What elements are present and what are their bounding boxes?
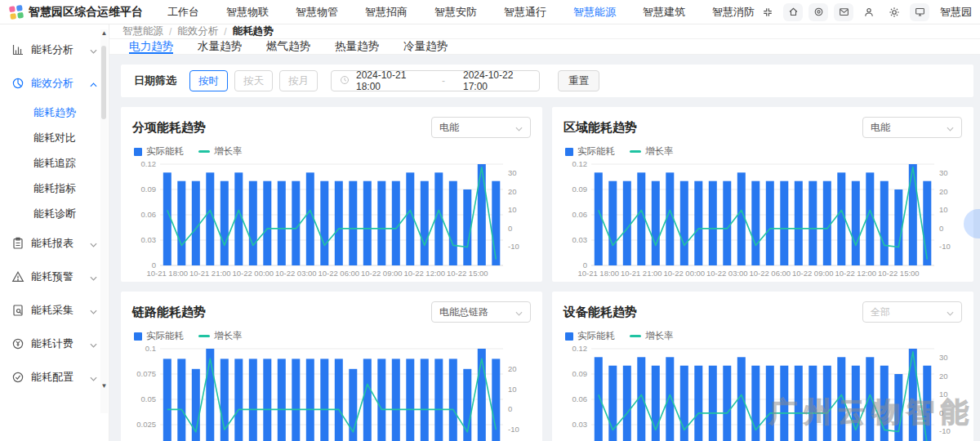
nav-item-iot[interactable]: 智慧物联 [226, 5, 269, 20]
legend-line-swatch [198, 150, 210, 153]
breadcrumb-efficiency[interactable]: 能效分析 [177, 24, 218, 38]
legend-bar-swatch [134, 148, 142, 156]
tab-cooling-trend[interactable]: 冷量趋势 [403, 39, 448, 54]
filter-by-month-button[interactable]: 按月 [279, 70, 318, 91]
reset-button[interactable]: 重置 [558, 70, 599, 91]
svg-text:10-22 12:00: 10-22 12:00 [403, 269, 445, 278]
date-filter-bar: 日期筛选 按时 按天 按月 2024-10-21 18:00 - 2024-10… [121, 65, 973, 97]
nav-item-access[interactable]: 智慧通行 [504, 5, 546, 20]
device-select[interactable]: 全部 [862, 301, 962, 323]
nav-item-fire[interactable]: 智慧消防 [712, 5, 755, 20]
nav-item-building[interactable]: 智慧建筑 [643, 5, 685, 20]
start-date-value[interactable]: 2024-10-21 18:00 [356, 69, 424, 92]
sidebar-group-energy-collect[interactable]: 能耗采集 [11, 293, 97, 327]
breadcrumb-energy[interactable]: 智慧能源 [122, 24, 163, 38]
tab-electricity-trend[interactable]: 电力趋势 [129, 39, 173, 54]
svg-text:10-21 18:00: 10-21 18:00 [577, 269, 619, 278]
chevron-down-icon [90, 270, 97, 284]
tab-heat-trend[interactable]: 热量趋势 [335, 39, 379, 54]
sidebar-group-energy-analysis[interactable]: 能耗分析 [11, 33, 97, 66]
svg-text:10-22 12:00: 10-22 12:00 [835, 269, 876, 278]
settings-icon[interactable] [884, 3, 904, 21]
chart-title: 链路能耗趋势 [132, 305, 206, 320]
legend-growth-rate[interactable]: 增长率 [630, 330, 674, 342]
sidebar-item-energy-trace[interactable]: 能耗追踪 [11, 150, 97, 176]
chart-title: 设备能耗趋势 [564, 305, 637, 320]
legend-actual-energy[interactable]: 实际能耗 [565, 145, 615, 158]
badge-icon[interactable] [808, 3, 828, 21]
link-select[interactable]: 电能总链路 [431, 301, 531, 323]
svg-text:20: 20 [939, 372, 948, 381]
legend-actual-energy[interactable]: 实际能耗 [565, 330, 615, 342]
bar-line-chart: 00.0250.050.0750.1-100102010-21 18:0010-… [132, 344, 531, 441]
svg-text:20: 20 [939, 187, 948, 196]
monitor-icon[interactable] [910, 3, 929, 21]
sidebar-scrollbar[interactable]: ▲ ▼ [100, 29, 108, 413]
energy-type-select[interactable]: 电能 [431, 117, 531, 138]
svg-text:10-22 00:00: 10-22 00:00 [232, 269, 274, 278]
end-date-value[interactable]: 2024-10-22 17:00 [463, 69, 531, 92]
legend-growth-rate[interactable]: 增长率 [630, 145, 674, 158]
fullscreen-icon[interactable] [758, 3, 777, 21]
filter-by-hour-button[interactable]: 按时 [189, 70, 228, 91]
chevron-down-icon [90, 236, 97, 251]
chevron-down-icon [947, 120, 954, 135]
nav-item-property[interactable]: 智慧物管 [296, 5, 338, 20]
bar-line-chart: 00.030.060.090.12-10010203010-21 18:0010… [564, 344, 962, 441]
svg-text:0.075: 0.075 [136, 369, 156, 378]
legend-growth-rate[interactable]: 增长率 [198, 145, 243, 158]
svg-text:0.06: 0.06 [572, 210, 588, 219]
svg-text:10-22 06:00: 10-22 06:00 [749, 269, 791, 278]
sidebar-group-efficiency-analysis[interactable]: 能效分析 [11, 66, 97, 100]
sidebar: 能耗分析 能效分析 能耗趋势 能耗对比 能耗追踪 能耗指标 能耗诊断 能耗报表 [0, 24, 109, 441]
sidebar-group-energy-config[interactable]: 能耗配置 [11, 360, 97, 394]
svg-text:10-22 00:00: 10-22 00:00 [663, 269, 705, 278]
user-icon[interactable] [859, 3, 879, 21]
svg-text:0.06: 0.06 [572, 394, 588, 403]
legend-line-swatch [630, 150, 641, 153]
nav-item-business[interactable]: 智慧招商 [365, 5, 408, 20]
sidebar-group-energy-report[interactable]: 能耗报表 [11, 226, 97, 260]
home-icon[interactable] [783, 3, 803, 21]
chart-legend: 实际能耗 增长率 [565, 145, 962, 158]
sidebar-group-energy-billing[interactable]: 能耗计费 [11, 327, 97, 360]
svg-text:0: 0 [508, 224, 512, 233]
chevron-down-icon [90, 42, 97, 57]
nav-item-energy[interactable]: 智慧能源 [573, 5, 616, 20]
app-logo: 智慧园区综合运维平台 [10, 5, 143, 20]
chevron-down-icon [90, 370, 97, 385]
legend-growth-rate[interactable]: 增长率 [198, 330, 243, 342]
sidebar-item-energy-diagnosis[interactable]: 能耗诊断 [11, 201, 97, 226]
chart-title: 区域能耗趋势 [564, 120, 637, 136]
date-filter-label: 日期筛选 [134, 74, 176, 88]
tenant-name[interactable]: 智慧园 [940, 5, 972, 20]
sidebar-group-energy-warning[interactable]: 能耗预警 [11, 260, 97, 293]
svg-text:0.06: 0.06 [141, 210, 157, 219]
date-range-picker[interactable]: 2024-10-21 18:00 - 2024-10-22 17:00 [331, 70, 540, 91]
energy-type-select[interactable]: 电能 [862, 117, 962, 138]
svg-text:0.05: 0.05 [141, 394, 157, 403]
svg-text:10: 10 [939, 205, 948, 214]
nav-item-security[interactable]: 智慧安防 [434, 5, 477, 20]
filter-by-day-button[interactable]: 按天 [234, 70, 273, 91]
scrollbar-thumb[interactable] [101, 46, 106, 119]
tab-gas-trend[interactable]: 燃气趋势 [266, 39, 310, 54]
nav-item-workbench[interactable]: 工作台 [167, 5, 199, 20]
billing-icon [11, 337, 24, 350]
app-title: 智慧园区综合运维平台 [29, 5, 143, 20]
svg-text:10-22 15:00: 10-22 15:00 [447, 269, 488, 278]
scroll-up-icon[interactable]: ▲ [100, 29, 108, 38]
svg-text:10-21 18:00: 10-21 18:00 [146, 269, 188, 278]
tab-water-trend[interactable]: 水量趋势 [198, 39, 242, 54]
legend-actual-energy[interactable]: 实际能耗 [134, 145, 184, 158]
chevron-down-icon [515, 120, 523, 135]
scroll-down-icon[interactable]: ▼ [100, 382, 108, 390]
sidebar-item-energy-index[interactable]: 能耗指标 [11, 176, 97, 201]
svg-text:0.09: 0.09 [141, 185, 157, 194]
legend-actual-energy[interactable]: 实际能耗 [134, 330, 184, 342]
sidebar-item-energy-compare[interactable]: 能耗对比 [11, 125, 97, 150]
chevron-down-icon [90, 303, 97, 318]
mail-icon[interactable] [834, 3, 853, 21]
sidebar-item-energy-trend[interactable]: 能耗趋势 [11, 100, 97, 125]
main-content: 智慧能源 / 能效分析 / 能耗趋势 电力趋势 水量趋势 燃气趋势 热量趋势 冷… [109, 24, 980, 441]
